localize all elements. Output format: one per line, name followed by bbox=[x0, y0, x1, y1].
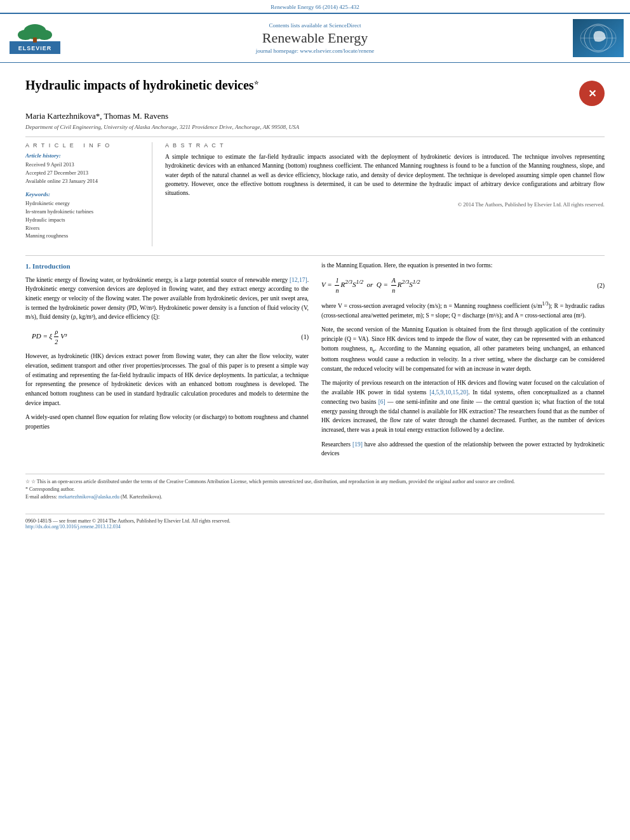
svg-text:ELSEVIER: ELSEVIER bbox=[18, 45, 52, 51]
abstract-col: A B S T R A C T A simple technique to es… bbox=[165, 142, 605, 246]
article-title: Hydraulic impacts of hydrokinetic device… bbox=[25, 78, 579, 93]
ref-6[interactable]: [6] bbox=[379, 399, 385, 405]
body-para-1: The kinetic energy of flowing water, or … bbox=[25, 276, 309, 323]
article-info-label: A R T I C L E I N F O bbox=[25, 142, 143, 149]
svg-point-3 bbox=[18, 30, 33, 40]
corresponding-text: * Corresponding author. bbox=[25, 486, 75, 492]
journal-center: Contents lists available at ScienceDirec… bbox=[70, 22, 560, 54]
email-name: (M. Kartezhnikova). bbox=[121, 494, 163, 500]
keyword-2: In-stream hydrokinetic turbines bbox=[25, 208, 143, 216]
doi-url[interactable]: http://dx.doi.org/10.1016/j.renene.2013.… bbox=[25, 524, 121, 530]
footnote-corresponding: * Corresponding author. bbox=[25, 486, 605, 493]
history-label: Article history: bbox=[25, 152, 143, 159]
journal-logo-right bbox=[566, 19, 624, 57]
body-para-2: However, as hydrokinetic (HK) devices ex… bbox=[25, 352, 309, 408]
science-direct-prefix: Contents lists available at bbox=[269, 22, 329, 29]
article-info-col: A R T I C L E I N F O Article history: R… bbox=[25, 142, 152, 246]
svg-rect-5 bbox=[33, 37, 37, 43]
affiliation-text: Department of Civil Engineering, Univers… bbox=[25, 124, 299, 130]
keyword-4: Rivers bbox=[25, 224, 143, 232]
body-columns: 1. Introduction The kinetic energy of fl… bbox=[25, 261, 605, 463]
journal-citation-text: Renewable Energy 66 (2014) 425–432 bbox=[271, 4, 359, 10]
elsevier-tree-icon: ELSEVIER bbox=[10, 22, 60, 54]
body-researchers-para: Researchers [19] have also addressed the… bbox=[321, 440, 605, 458]
received-date: Received 9 April 2013 bbox=[25, 161, 143, 169]
star-symbol: ☆ bbox=[25, 479, 30, 484]
body-where-text: where V = cross-section averaged velocit… bbox=[321, 300, 605, 321]
eq2-content: V = 1nR2/3S1/2 or Q = AnR2/3S1/2 bbox=[321, 276, 420, 295]
equation-2-block: V = 1nR2/3S1/2 or Q = AnR2/3S1/2 (2) bbox=[321, 276, 605, 295]
authors-line: Maria Kartezhnikova*, Thomas M. Ravens bbox=[25, 111, 605, 121]
body-left-col: 1. Introduction The kinetic energy of fl… bbox=[25, 261, 309, 463]
ref-12-17[interactable]: [12,17] bbox=[290, 277, 307, 283]
journal-homepage[interactable]: journal homepage: www.elsevier.com/locat… bbox=[70, 48, 560, 54]
body-right-intro: is the Manning Equation. Here, the equat… bbox=[321, 261, 605, 270]
ref-19[interactable]: [19] bbox=[352, 441, 363, 448]
keywords-label: Keywords: bbox=[25, 191, 143, 197]
re-logo-icon bbox=[573, 19, 624, 57]
article-title-text: Hydraulic impacts of hydrokinetic device… bbox=[25, 78, 254, 92]
footnote-star: ☆ ☆ This is an open-access article distr… bbox=[25, 478, 605, 486]
doi-link[interactable]: http://dx.doi.org/10.1016/j.renene.2013.… bbox=[25, 524, 605, 530]
issn-text: 0960-1481/$ — see front matter © 2014 Th… bbox=[25, 518, 605, 524]
available-date: Available online 23 January 2014 bbox=[25, 177, 143, 185]
abstract-text: A simple technique to estimate the far-f… bbox=[165, 152, 605, 197]
email-label: E-mail address: bbox=[25, 494, 58, 500]
keywords-section: Keywords: Hydrokinetic energy In-stream … bbox=[25, 191, 143, 240]
body-para-3: A widely-used open channel flow equation… bbox=[25, 413, 309, 431]
keyword-1: Hydrokinetic energy bbox=[25, 199, 143, 208]
ref-tidal[interactable]: [4,5,9,10,15,20] bbox=[429, 389, 468, 396]
equation-1-block: PD = ξρ2V³ (1) bbox=[32, 327, 309, 347]
title-divider bbox=[25, 137, 605, 137]
abstract-divider bbox=[25, 255, 605, 256]
accepted-date: Accepted 27 December 2013 bbox=[25, 169, 143, 177]
body-right-col: is the Manning Equation. Here, the equat… bbox=[321, 261, 605, 463]
elsevier-logo: ELSEVIER bbox=[6, 22, 64, 54]
affiliation-line: Department of Civil Engineering, Univers… bbox=[25, 124, 605, 130]
article-history: Article history: Received 9 April 2013 A… bbox=[25, 152, 143, 185]
email-link[interactable]: mekartezhnikova@alaska.edu bbox=[58, 494, 119, 500]
journal-citation: Renewable Energy 66 (2014) 425–432 bbox=[0, 0, 630, 13]
eq1-number: (1) bbox=[301, 332, 309, 342]
title-star: ☆ bbox=[254, 80, 258, 86]
keyword-3: Hydraulic impacts bbox=[25, 216, 143, 224]
science-direct-link[interactable]: ScienceDirect bbox=[329, 22, 361, 29]
journal-header: ELSEVIER Contents lists available at Sci… bbox=[0, 13, 630, 63]
info-abstract-section: A R T I C L E I N F O Article history: R… bbox=[25, 142, 605, 246]
crossmark-badge: ✕ bbox=[579, 81, 605, 106]
abstract-label: A B S T R A C T bbox=[165, 142, 605, 149]
keyword-5: Manning roughness bbox=[25, 232, 143, 240]
main-content: Hydraulic impacts of hydrokinetic device… bbox=[0, 63, 630, 542]
footnote-email: E-mail address: mekartezhnikova@alaska.e… bbox=[25, 493, 605, 501]
authors-text: Maria Kartezhnikova*, Thomas M. Ravens bbox=[25, 111, 168, 121]
body-note-para: Note, the second version of the Manning … bbox=[321, 325, 605, 373]
footnote-section: ☆ ☆ This is an open-access article distr… bbox=[25, 474, 605, 501]
science-direct-line: Contents lists available at ScienceDirec… bbox=[70, 22, 560, 29]
section1-title: 1. Introduction bbox=[25, 261, 309, 272]
eq2-number: (2) bbox=[597, 281, 605, 290]
bottom-bar: 0960-1481/$ — see front matter © 2014 Th… bbox=[25, 514, 605, 530]
footnote-star-text: ☆ This is an open-access article distrib… bbox=[31, 479, 515, 484]
article-title-section: Hydraulic impacts of hydrokinetic device… bbox=[25, 78, 605, 106]
crossmark-icon: ✕ bbox=[588, 88, 596, 100]
eq1-content: PD = ξρ2V³ bbox=[32, 327, 67, 347]
svg-point-4 bbox=[37, 30, 52, 40]
elsevier-logo-area: ELSEVIER bbox=[6, 22, 64, 54]
journal-title: Renewable Energy bbox=[70, 30, 560, 46]
copyright-text: © 2014 The Authors, Published by Elsevie… bbox=[165, 201, 605, 208]
renewable-energy-logo bbox=[573, 19, 624, 57]
body-majority-para: The majority of previous research on the… bbox=[321, 378, 605, 434]
